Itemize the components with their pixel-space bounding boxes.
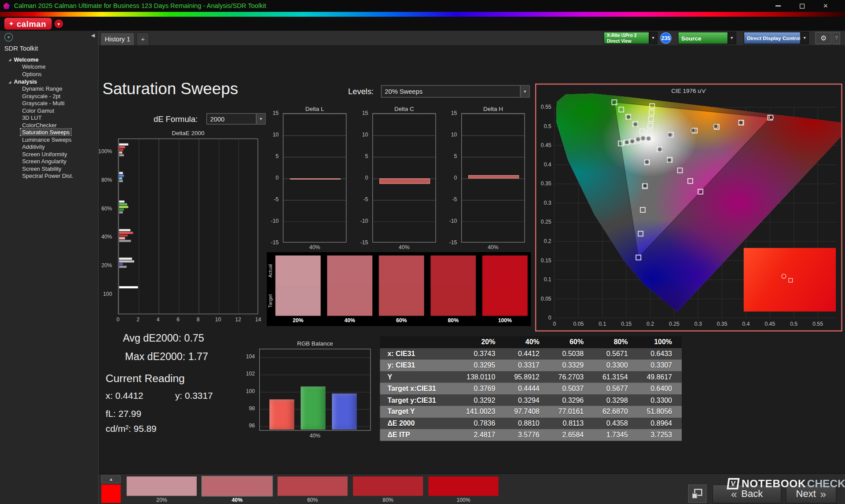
sidebar-item-luminance-sweeps[interactable]: Luminance Sweeps bbox=[0, 136, 98, 143]
sweep-swatch-20[interactable] bbox=[127, 476, 197, 496]
source-label: Source bbox=[681, 35, 725, 41]
sidebar-item-label: Screen Uniformity bbox=[21, 151, 69, 157]
sidebar-item-additivity[interactable]: Additivity bbox=[0, 143, 98, 151]
back-button[interactable]: « Back bbox=[713, 485, 782, 504]
logo-menu-button[interactable]: ▼ bbox=[54, 19, 63, 28]
deltae-chart bbox=[118, 139, 258, 314]
minimize-button[interactable] bbox=[766, 0, 790, 12]
meter-selector[interactable]: X-Rite i1Pro 2 Direct View ▼ bbox=[603, 32, 657, 44]
row-label: Target x:CIE31 bbox=[380, 383, 461, 394]
bar-blue bbox=[332, 394, 356, 430]
sidebar-section-analysis[interactable]: ◢Analysis bbox=[0, 77, 98, 85]
axis-tick-label: 15 bbox=[451, 110, 457, 116]
chevron-down-icon[interactable]: ▼ bbox=[649, 32, 657, 44]
target-swatch bbox=[379, 286, 424, 316]
calman-logo[interactable]: ✦ calman bbox=[4, 18, 51, 29]
swatch-level-label: 100% bbox=[482, 317, 528, 323]
chevron-down-icon[interactable]: ▼ bbox=[800, 32, 808, 44]
display-control-label: Direct Display Control bbox=[747, 35, 797, 41]
sidebar-item-label: Screen Angularity bbox=[21, 158, 68, 165]
svg-text:0.2: 0.2 bbox=[647, 321, 654, 327]
source-selector[interactable]: Source ▼ bbox=[678, 32, 736, 44]
bar bbox=[119, 211, 123, 213]
home-button[interactable] bbox=[4, 33, 13, 42]
sidebar-item-screen-stability[interactable]: Screen Stability bbox=[0, 165, 98, 173]
delta-bar bbox=[379, 178, 430, 184]
calman-window: Calman 2025 Calman Ultimate for Business… bbox=[0, 0, 845, 504]
bar-group bbox=[119, 286, 138, 288]
deltae-chart-title: DeltaE 2000 bbox=[118, 130, 258, 136]
patch-popup-button[interactable]: ▲ bbox=[101, 475, 121, 483]
de-formula-value: 2000 bbox=[207, 114, 256, 124]
rgb-balance-title: RGB Balance bbox=[259, 340, 371, 347]
svg-text:0.45: 0.45 bbox=[541, 142, 551, 148]
axis-tick-label: 0 bbox=[454, 175, 457, 180]
axis-tick-label: 10 bbox=[214, 316, 223, 322]
sidebar-item-saturation-sweeps[interactable]: Saturation Sweeps bbox=[0, 129, 98, 136]
chevron-down-icon[interactable]: ▼ bbox=[727, 32, 735, 44]
axis-tick-label: 96 bbox=[249, 423, 255, 428]
current-reading-title: Current Reading bbox=[106, 372, 185, 385]
sidebar-item-colorchecker[interactable]: ColorChecker bbox=[0, 121, 98, 129]
sidebar-item-grayscale-multi[interactable]: Grayscale - Multi bbox=[0, 100, 98, 107]
levels-dropdown[interactable]: 20% Sweeps ▼ bbox=[381, 85, 530, 97]
display-control-selector[interactable]: Direct Display Control ▼ bbox=[744, 32, 809, 44]
sidebar-item-welcome[interactable]: Welcome bbox=[0, 63, 98, 70]
bar bbox=[119, 260, 134, 262]
add-tab-button[interactable]: + bbox=[136, 32, 149, 45]
sweep-swatch-80[interactable] bbox=[353, 476, 423, 496]
row-label: Target y:CIE31 bbox=[380, 394, 461, 406]
close-button[interactable]: ✕ bbox=[814, 0, 838, 12]
bar bbox=[119, 263, 123, 265]
rgb-balance-x-label: 40% bbox=[259, 433, 371, 438]
sidebar-item-3d-lut[interactable]: 3D LUT bbox=[0, 114, 98, 122]
measurement-marker bbox=[739, 121, 743, 125]
measurement-marker bbox=[636, 137, 640, 141]
column-header: 100% bbox=[638, 336, 682, 348]
cell-value: 0.5677 bbox=[593, 383, 637, 394]
window-controls: ✕ bbox=[766, 0, 838, 12]
next-button[interactable]: Next » bbox=[786, 485, 836, 504]
sweep-swatch-60[interactable] bbox=[278, 476, 348, 496]
settings-gear-button[interactable]: ⚙ bbox=[816, 32, 832, 44]
maximize-button[interactable] bbox=[790, 0, 814, 12]
cell-value: 0.3300 bbox=[638, 394, 682, 406]
test-patch[interactable] bbox=[101, 485, 121, 503]
sidebar-item-color-gamut[interactable]: Color Gamut bbox=[0, 107, 98, 114]
sidebar-section-welcome[interactable]: ◢Welcome bbox=[0, 55, 98, 63]
column-header: 60% bbox=[549, 336, 593, 348]
sidebar-item-screen-uniformity[interactable]: Screen Uniformity bbox=[0, 151, 98, 158]
help-button[interactable]: ? bbox=[833, 32, 840, 44]
cell-value: 76.2703 bbox=[549, 371, 593, 383]
reading-fl: fL: 27.99 bbox=[106, 408, 141, 419]
sidebar-item-options[interactable]: Options bbox=[0, 70, 98, 78]
delta-c-x-label: 40% bbox=[372, 244, 436, 250]
window-layout-button[interactable] bbox=[688, 485, 707, 503]
bar-group bbox=[119, 172, 124, 182]
deltae-y-axis: 100%80%60%40%20%100 bbox=[89, 139, 115, 314]
sidebar-item-spectral-power-dist[interactable]: Spectral Power Dist. bbox=[0, 173, 98, 180]
axis-tick-label: 10 bbox=[451, 132, 457, 137]
de-formula-dropdown[interactable]: 2000 ▼ bbox=[206, 113, 266, 125]
svg-text:0.25: 0.25 bbox=[669, 321, 680, 327]
svg-text:0.5: 0.5 bbox=[790, 321, 797, 327]
measurement-marker bbox=[630, 139, 635, 143]
delta-h-y-axis: 151050-5-10-15 bbox=[439, 113, 459, 243]
row-label: Y bbox=[380, 371, 461, 383]
sidebar-item-grayscale-2pt[interactable]: Grayscale - 2pt bbox=[0, 92, 98, 100]
sweep-swatch-100[interactable] bbox=[428, 476, 498, 496]
sidebar-item-screen-angularity[interactable]: Screen Angularity bbox=[0, 158, 98, 166]
svg-text:0: 0 bbox=[553, 321, 556, 327]
axis-tick-label: 5 bbox=[276, 153, 279, 159]
axis-tick-label: 0 bbox=[114, 316, 122, 322]
sidebar-collapse-button[interactable]: ◀ bbox=[91, 33, 95, 38]
meter-count-badge[interactable]: 235 bbox=[660, 32, 672, 44]
tab-history-1[interactable]: History 1 bbox=[100, 32, 135, 45]
sidebar-item-dynamic-range[interactable]: Dynamic Range bbox=[0, 85, 98, 92]
bar bbox=[119, 154, 124, 156]
table-row-x-cie31: x: CIE310.37430.44120.50380.56710.6433 bbox=[380, 348, 682, 359]
sweep-swatch-40[interactable] bbox=[202, 476, 272, 496]
cell-value: 0.3294 bbox=[505, 394, 549, 406]
cell-value: 0.3296 bbox=[549, 394, 593, 406]
svg-text:0.15: 0.15 bbox=[541, 258, 551, 264]
